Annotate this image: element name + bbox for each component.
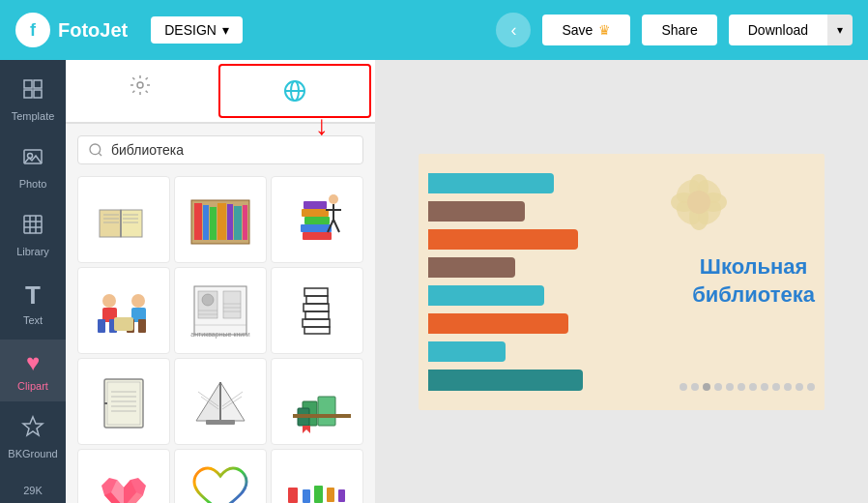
- clipart-item-9[interactable]: [271, 358, 363, 445]
- clipart-item-4[interactable]: [77, 267, 170, 354]
- sidebar-clipart-label: Clipart: [17, 380, 48, 392]
- sidebar-item-template[interactable]: Template: [0, 68, 66, 132]
- svg-rect-0: [24, 80, 32, 88]
- svg-rect-37: [203, 205, 209, 240]
- download-button[interactable]: Download: [729, 15, 827, 45]
- header: f FotoJet DESIGN ▾ ‹ Save ♛ Share Downlo…: [0, 0, 868, 60]
- svg-line-17: [132, 77, 134, 79]
- clipart-item-5[interactable]: антикварные книги: [174, 267, 267, 354]
- clipart-item-3[interactable]: [271, 176, 363, 263]
- svg-line-19: [132, 91, 134, 93]
- svg-rect-75: [305, 311, 329, 319]
- svg-rect-109: [338, 489, 345, 502]
- svg-marker-88: [220, 382, 245, 421]
- svg-point-12: [137, 82, 143, 88]
- design-button[interactable]: DESIGN ▾: [151, 16, 243, 44]
- sidebar-item-bkground[interactable]: BKGround: [0, 405, 66, 469]
- search-bar: ←: [77, 135, 363, 164]
- svg-line-18: [146, 91, 148, 93]
- svg-point-57: [131, 294, 145, 308]
- svg-line-25: [99, 153, 101, 156]
- share-button[interactable]: Share: [642, 15, 716, 45]
- sidebar-item-clipart[interactable]: ♥ Clipart: [0, 340, 66, 401]
- download-label: Download: [748, 22, 808, 38]
- svg-point-48: [329, 194, 338, 204]
- sidebar-item-photo[interactable]: Photo: [0, 135, 66, 199]
- svg-rect-27: [121, 210, 142, 237]
- svg-rect-46: [302, 209, 329, 217]
- back-arrow[interactable]: ‹: [496, 13, 531, 47]
- save-button[interactable]: Save ♛: [542, 15, 630, 45]
- svg-rect-38: [210, 207, 217, 240]
- dot-12: [807, 383, 815, 391]
- svg-rect-55: [98, 319, 105, 333]
- clipart-item-8[interactable]: [174, 358, 267, 445]
- dot-7: [749, 383, 757, 391]
- clipart-panel: ↓ ←: [66, 60, 375, 503]
- dot-1: [680, 383, 687, 391]
- panel-tab-all[interactable]: [66, 60, 215, 122]
- bar-2: [428, 201, 525, 222]
- clipart-item-2[interactable]: [174, 176, 267, 263]
- clipart-icon: ♥: [26, 349, 40, 376]
- canvas: Школьная библиотека: [419, 154, 825, 410]
- clipart-item-12[interactable]: [271, 449, 363, 503]
- svg-rect-41: [234, 206, 242, 240]
- clipart-item-11[interactable]: [174, 449, 267, 503]
- svg-rect-60: [138, 319, 146, 333]
- search-input[interactable]: [111, 142, 353, 158]
- bar-3: [428, 229, 578, 250]
- clipart-item-7[interactable]: [77, 358, 170, 445]
- svg-rect-44: [301, 224, 332, 232]
- canvas-title-line1: Школьная: [692, 253, 815, 281]
- svg-text:антикварные книги: антикварные книги: [190, 331, 249, 339]
- sidebar: Template Photo L: [0, 60, 66, 503]
- logo-area: f FotoJet: [15, 13, 128, 47]
- clipart-item-6[interactable]: [271, 267, 363, 354]
- svg-rect-78: [304, 288, 328, 296]
- bar-5: [428, 285, 544, 306]
- dot-3: [703, 383, 710, 391]
- download-dropdown-arrow[interactable]: ▾: [827, 15, 853, 45]
- svg-line-52: [333, 220, 339, 232]
- canvas-area: Школьная библиотека: [375, 60, 868, 503]
- panel-tabs: ↓: [66, 60, 375, 124]
- svg-rect-61: [114, 317, 133, 331]
- dot-9: [772, 383, 780, 391]
- svg-rect-108: [327, 488, 334, 502]
- clipart-item-10[interactable]: [77, 449, 170, 503]
- clipart-item-1[interactable]: [77, 176, 170, 263]
- svg-rect-98: [293, 414, 351, 418]
- sidebar-library-label: Library: [16, 246, 49, 257]
- svg-rect-96: [318, 397, 335, 426]
- svg-rect-74: [303, 319, 330, 327]
- dot-4: [714, 383, 722, 391]
- share-label: Share: [661, 22, 697, 38]
- canvas-pagination-dots: [680, 383, 815, 391]
- sidebar-item-text[interactable]: T Text: [0, 271, 66, 336]
- bar-4: [428, 257, 515, 278]
- svg-line-20: [146, 77, 148, 79]
- svg-rect-73: [304, 327, 330, 334]
- svg-rect-105: [288, 488, 298, 503]
- panel-tab-globe[interactable]: [218, 64, 371, 118]
- download-group: Download ▾: [729, 15, 853, 45]
- dot-6: [738, 383, 745, 391]
- svg-rect-3: [34, 90, 42, 98]
- text-icon: T: [25, 281, 41, 311]
- dot-2: [691, 383, 699, 391]
- svg-marker-99: [303, 426, 310, 433]
- sidebar-item-library[interactable]: Library: [0, 203, 66, 267]
- bkground-icon: [21, 415, 44, 444]
- canvas-title: Школьная библиотека: [692, 253, 815, 309]
- logo-text: FotoJet: [58, 19, 128, 42]
- photo-icon: [21, 145, 44, 174]
- sidebar-template-label: Template: [12, 110, 55, 122]
- canvas-bars: [419, 154, 612, 410]
- svg-rect-26: [100, 210, 121, 237]
- library-icon: [21, 213, 44, 242]
- dot-5: [726, 383, 734, 391]
- fotojet-logo-icon: f: [15, 13, 50, 47]
- svg-rect-94: [206, 420, 235, 425]
- canvas-title-line2: библиотека: [692, 281, 815, 310]
